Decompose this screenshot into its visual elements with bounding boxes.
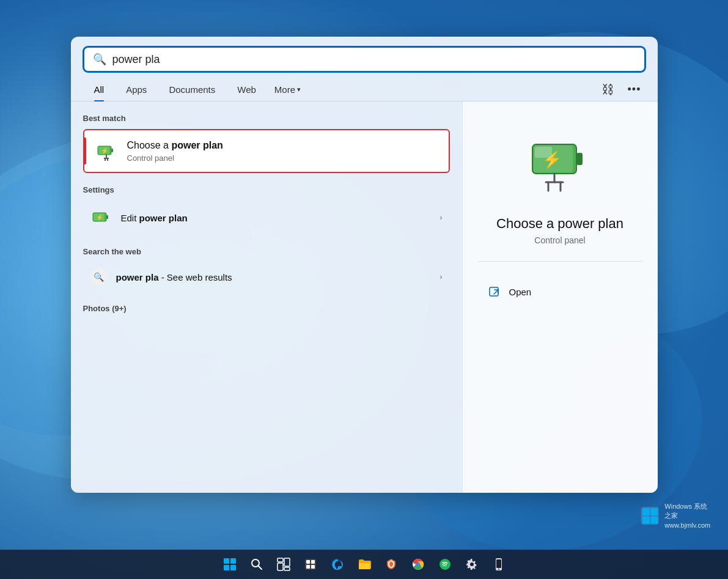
settings-section-label: Settings xyxy=(83,185,450,194)
taskbar-widgets-button[interactable] xyxy=(271,552,296,577)
edit-power-plan-item[interactable]: ⚡ Edit power plan › xyxy=(83,201,450,235)
best-match-result[interactable]: ⚡ Choose a power plan Control panel xyxy=(83,129,450,173)
svg-rect-29 xyxy=(230,558,236,564)
taskbar-center xyxy=(218,552,511,577)
open-button[interactable]: Open xyxy=(477,278,643,307)
left-panel: Best match ⚡ xyxy=(71,101,462,493)
svg-rect-55 xyxy=(642,517,650,524)
windows-logo xyxy=(641,505,660,527)
svg-rect-42 xyxy=(311,565,315,569)
search-box-container: 🔍 power pla xyxy=(71,37,658,72)
svg-rect-35 xyxy=(284,558,290,566)
connect-icon-btn[interactable]: ⛓ xyxy=(597,79,619,101)
svg-rect-56 xyxy=(650,517,658,524)
taskbar-settings[interactable] xyxy=(460,552,484,577)
settings-item-text: Edit power plan xyxy=(121,213,432,223)
tab-actions: ⛓ ••• xyxy=(597,79,645,101)
svg-text:⚡: ⚡ xyxy=(96,213,104,221)
tab-all[interactable]: All xyxy=(83,78,116,101)
taskbar-phone[interactable] xyxy=(487,552,511,577)
tab-apps[interactable]: Apps xyxy=(115,78,158,101)
svg-rect-37 xyxy=(284,567,290,570)
filter-tabs: All Apps Documents Web More ▾ ⛓ ••• xyxy=(71,78,658,101)
right-panel: ⚡ Choose a power plan Control panel xyxy=(462,101,658,493)
taskbar-explorer[interactable] xyxy=(352,552,377,577)
taskbar-spotify[interactable] xyxy=(433,552,457,577)
svg-rect-50 xyxy=(496,559,501,568)
best-match-label: Best match xyxy=(83,114,450,123)
svg-rect-28 xyxy=(224,558,229,564)
svg-line-27 xyxy=(494,290,498,294)
search-input[interactable]: power pla xyxy=(112,53,636,66)
svg-rect-36 xyxy=(278,563,283,570)
panel-divider xyxy=(477,261,643,262)
svg-point-51 xyxy=(498,569,499,570)
svg-line-33 xyxy=(258,566,262,570)
right-panel-title: Choose a power plan xyxy=(477,215,643,233)
settings-icon: ⚡ xyxy=(90,207,112,229)
svg-rect-40 xyxy=(311,560,315,564)
web-search-item[interactable]: 🔍 power pla - See web results › xyxy=(83,262,450,292)
search-icon: 🔍 xyxy=(93,53,106,66)
svg-rect-54 xyxy=(650,508,658,515)
right-panel-icon: ⚡ xyxy=(477,120,643,205)
taskbar-search-button[interactable] xyxy=(245,552,269,577)
svg-rect-6 xyxy=(111,149,113,152)
search-input-wrapper: 🔍 power pla xyxy=(83,46,645,72)
best-match-title: Choose a power plan xyxy=(127,139,439,152)
svg-rect-34 xyxy=(278,558,283,562)
svg-rect-43 xyxy=(359,563,370,569)
svg-rect-18 xyxy=(576,153,583,165)
more-options-btn[interactable]: ••• xyxy=(623,79,645,101)
svg-rect-41 xyxy=(306,565,310,569)
tab-web[interactable]: Web xyxy=(226,78,267,101)
best-match-text: Choose a power plan Control panel xyxy=(127,139,439,163)
tab-more[interactable]: More ▾ xyxy=(267,78,308,101)
web-chevron-right-icon: › xyxy=(440,273,443,281)
taskbar-brave[interactable] xyxy=(379,552,403,577)
best-match-subtitle: Control panel xyxy=(127,153,439,163)
svg-point-48 xyxy=(470,562,474,566)
right-panel-text: Choose a power plan Control panel xyxy=(477,215,643,245)
windows-watermark: Windows 系统之家 www.bjmlv.com xyxy=(641,502,713,530)
right-panel-subtitle: Control panel xyxy=(477,235,643,245)
svg-rect-30 xyxy=(224,565,229,570)
search-content: Best match ⚡ xyxy=(71,101,658,493)
svg-text:⚡: ⚡ xyxy=(542,150,562,169)
taskbar-pinned1[interactable] xyxy=(298,552,323,577)
search-overlay: 🔍 power pla All Apps Documents Web More … xyxy=(71,37,658,493)
web-search-icon: 🔍 xyxy=(90,268,108,286)
taskbar-edge[interactable] xyxy=(325,552,350,577)
best-match-icon: ⚡ xyxy=(94,139,119,163)
svg-text:⚡: ⚡ xyxy=(101,147,109,155)
tab-documents[interactable]: Documents xyxy=(158,78,226,101)
web-section-label: Search the web xyxy=(83,247,450,256)
start-button[interactable] xyxy=(218,552,242,577)
web-search-section: Search the web 🔍 power pla - See web res… xyxy=(83,247,450,292)
watermark-text: Windows 系统之家 www.bjmlv.com xyxy=(664,502,713,530)
taskbar-chrome[interactable] xyxy=(406,552,430,577)
settings-section: Settings ⚡ Edit power plan › xyxy=(83,185,450,235)
chevron-right-icon: › xyxy=(440,213,443,222)
photos-label: Photos (9+) xyxy=(83,304,450,313)
web-search-text: power pla - See web results xyxy=(116,272,432,282)
svg-rect-39 xyxy=(306,560,310,564)
svg-rect-14 xyxy=(106,215,108,219)
open-label: Open xyxy=(509,287,532,297)
taskbar: Windows 系统之家 www.bjmlv.com xyxy=(0,550,728,579)
photos-section: Photos (9+) xyxy=(83,304,450,313)
open-icon xyxy=(486,284,503,301)
chevron-down-icon: ▾ xyxy=(297,86,301,94)
svg-rect-31 xyxy=(230,565,236,570)
svg-rect-53 xyxy=(642,508,650,515)
svg-point-46 xyxy=(416,562,420,566)
